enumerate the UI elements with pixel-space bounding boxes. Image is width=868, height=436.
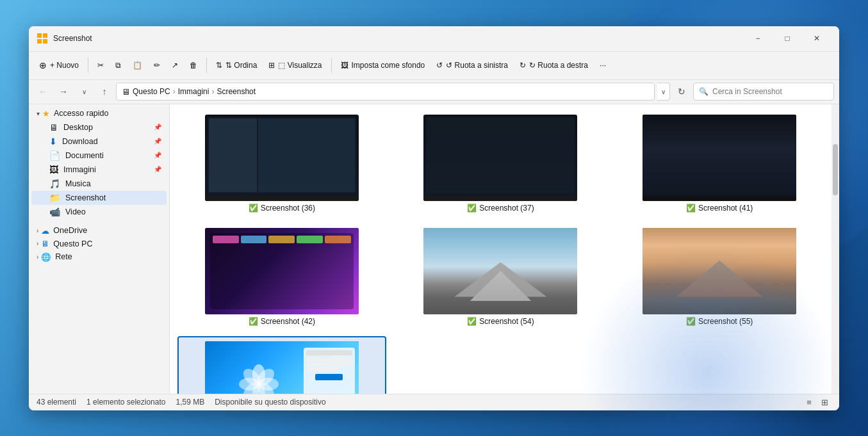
breadcrumb-questo-pc[interactable]: Questo PC — [133, 87, 170, 96]
breadcrumb-screenshot[interactable]: Screenshot — [217, 87, 256, 96]
status-bar: 43 elementi 1 elemento selezionato 1,59 … — [29, 394, 839, 410]
set-wallpaper-button[interactable]: 🖼 Imposta come sfondo — [336, 58, 430, 72]
thumbnail-64 — [205, 341, 359, 394]
file-item-54[interactable]: ✅ Screenshot (54) — [397, 223, 605, 331]
documenti-icon: 📄 — [49, 150, 60, 161]
sidebar-screenshot-label: Screenshot — [65, 193, 106, 202]
dropdown-button[interactable]: ∨ — [75, 83, 93, 101]
window-controls: − □ ✕ — [743, 28, 831, 49]
file-item-42[interactable]: ✅ Screenshot (42) — [177, 223, 386, 331]
rotate-left-label: ↺ Ruota a sinistra — [446, 61, 508, 70]
breadcrumb-immagini[interactable]: Immagini — [178, 87, 209, 96]
view-label: ⬚ Visualizza — [278, 61, 322, 70]
copy-button[interactable]: ⧉ — [110, 58, 126, 72]
scrollbar-track[interactable] — [831, 104, 839, 394]
quick-access-star-icon: ★ — [42, 109, 50, 118]
immagini-icon: 🖼 — [49, 165, 58, 175]
maximize-button[interactable]: □ — [773, 28, 802, 49]
cut-icon: ✂ — [97, 61, 104, 70]
sidebar-item-musica[interactable]: 🎵 Musica — [31, 177, 167, 191]
onedrive-header[interactable]: › ☁ OneDrive — [31, 224, 167, 238]
file-name-55: ✅ Screenshot (55) — [686, 317, 753, 326]
status-selected: 1 elemento selezionato — [86, 398, 165, 407]
refresh-button[interactable]: ↻ — [673, 83, 691, 101]
sidebar-item-immagini[interactable]: 🖼 Immagini 📌 — [31, 163, 167, 177]
onedrive-chevron: › — [37, 227, 38, 234]
view-button[interactable]: ⊞ ⬚ Visualizza — [263, 58, 327, 72]
sidebar-video-label: Video — [65, 207, 86, 216]
back-button[interactable]: ← — [34, 83, 52, 101]
sort-icon: ⇅ — [216, 61, 222, 70]
up-button[interactable]: ↑ — [95, 83, 113, 101]
rete-header[interactable]: › 🌐 Rete — [31, 250, 167, 264]
immagini-pin-icon: 📌 — [154, 166, 161, 173]
breadcrumb-chevron[interactable]: ∨ — [657, 83, 670, 101]
file-item-36[interactable]: ✅ Screenshot (36) — [177, 109, 386, 218]
file-item-41[interactable]: ✅ Screenshot (41) — [615, 109, 824, 218]
status-availability: Disponibile su questo dispositivo — [215, 398, 325, 407]
questo-pc-label: Questo PC — [53, 239, 92, 248]
grid-view-button[interactable]: ⊞ — [817, 395, 831, 409]
rotate-right-button[interactable]: ↻ ↻ Ruota a destra — [514, 58, 593, 72]
questo-pc-header[interactable]: › 🖥 Questo PC — [31, 238, 167, 250]
main-content: ▾ ★ Accesso rapido 🖥 Desktop 📌 ⬇ Downloa… — [29, 104, 839, 394]
desktop-pin-icon: 📌 — [154, 124, 161, 131]
list-view-button[interactable]: ≡ — [802, 395, 816, 409]
sidebar-immagini-label: Immagini — [63, 165, 96, 174]
sidebar-download-label: Download — [62, 137, 98, 146]
breadcrumb[interactable]: 🖥 Questo PC › Immagini › Screenshot — [116, 83, 655, 101]
breadcrumb-computer-icon: 🖥 — [122, 87, 130, 97]
search-box[interactable]: 🔍 — [693, 83, 834, 101]
new-label: + Nuovo — [50, 61, 79, 70]
more-button[interactable]: ··· — [594, 58, 611, 72]
video-icon: 📹 — [49, 207, 60, 217]
sidebar: ▾ ★ Accesso rapido 🖥 Desktop 📌 ⬇ Downloa… — [29, 104, 170, 394]
file-item-55[interactable]: ✅ Screenshot (55) — [615, 223, 824, 331]
separator-2 — [206, 58, 207, 73]
file-item-64[interactable]: ✅ Screenshot (64) — [177, 336, 386, 394]
file-name-41: ✅ Screenshot (41) — [686, 204, 753, 213]
sidebar-documenti-label: Documenti — [65, 151, 104, 160]
scrollbar-thumb[interactable] — [833, 144, 838, 195]
delete-button[interactable]: 🗑 — [184, 58, 202, 72]
sync-icon-36: ✅ — [249, 204, 258, 213]
svg-rect-3 — [43, 39, 47, 44]
rotate-left-button[interactable]: ↺ ↺ Ruota a sinistra — [431, 58, 513, 72]
paste-button[interactable]: 📋 — [127, 58, 147, 72]
rete-icon: 🌐 — [41, 252, 51, 262]
rename-icon: ✏ — [154, 61, 160, 70]
sidebar-item-documenti[interactable]: 📄 Documenti 📌 — [31, 149, 167, 163]
thumbnail-36 — [205, 115, 359, 201]
window-title: Screenshot — [53, 34, 743, 43]
new-button[interactable]: ⊕ + Nuovo — [34, 58, 84, 73]
forward-button[interactable]: → — [54, 83, 72, 101]
set-wallpaper-label: Imposta come sfondo — [352, 61, 425, 70]
thumb-bg-37 — [423, 115, 577, 201]
share-button[interactable]: ↗ — [167, 58, 183, 72]
file-name-36: ✅ Screenshot (36) — [249, 204, 315, 213]
thumbnail-37 — [423, 115, 577, 201]
copy-icon: ⧉ — [115, 61, 121, 70]
rotate-right-icon: ↻ — [520, 61, 526, 70]
sync-icon-55: ✅ — [686, 317, 696, 326]
sidebar-item-screenshot[interactable]: 📁 Screenshot — [31, 191, 167, 205]
thumbnail-54 — [423, 228, 577, 314]
rename-button[interactable]: ✏ — [149, 58, 165, 72]
window-icon — [37, 33, 48, 44]
quick-access-chevron: ▾ — [37, 110, 40, 117]
download-pin-icon: 📌 — [154, 138, 161, 145]
sidebar-desktop-label: Desktop — [63, 123, 93, 132]
musica-icon: 🎵 — [49, 179, 60, 189]
sort-button[interactable]: ⇅ ⇅ Ordina — [211, 58, 262, 72]
separator-3 — [331, 58, 332, 73]
minimize-button[interactable]: − — [743, 28, 773, 49]
close-button[interactable]: ✕ — [802, 28, 831, 49]
search-icon: 🔍 — [699, 87, 708, 96]
quick-access-header[interactable]: ▾ ★ Accesso rapido — [31, 107, 167, 120]
sidebar-item-download[interactable]: ⬇ Download 📌 — [31, 134, 167, 149]
search-input[interactable] — [712, 87, 815, 96]
cut-button[interactable]: ✂ — [92, 58, 109, 72]
sidebar-item-video[interactable]: 📹 Video — [31, 205, 167, 219]
file-item-37[interactable]: ✅ Screenshot (37) — [397, 109, 605, 218]
sidebar-item-desktop[interactable]: 🖥 Desktop 📌 — [31, 120, 167, 134]
